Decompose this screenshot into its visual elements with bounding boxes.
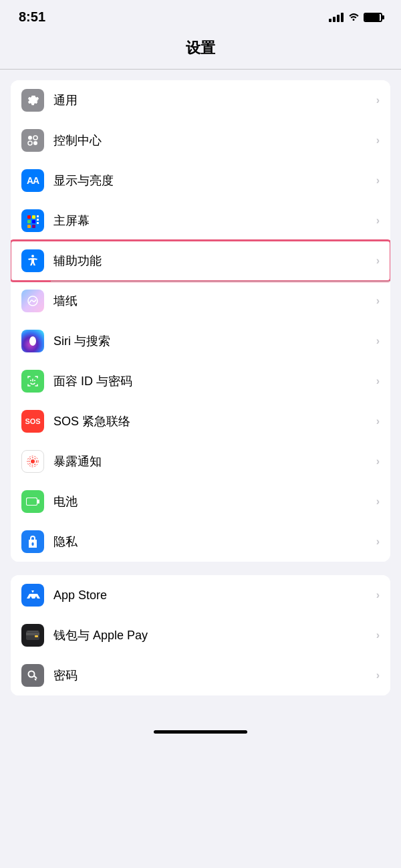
appstore-label: App Store	[53, 588, 376, 603]
tongyong-label: 通用	[53, 92, 376, 108]
page-title: 设置	[0, 31, 401, 69]
kongzhizhongxin-label: 控制中心	[53, 132, 376, 148]
chevron-icon: ›	[376, 94, 380, 106]
svg-point-2	[28, 141, 32, 145]
exposure-icon	[21, 450, 44, 473]
status-icons	[329, 11, 382, 23]
settings-item-mima[interactable]: 密码 ›	[11, 655, 390, 695]
display-icon: AA	[21, 169, 44, 192]
chevron-icon: ›	[376, 375, 380, 387]
settings-item-mianyong[interactable]: 面容 ID 与密码 ›	[11, 361, 390, 401]
gear-icon	[21, 89, 44, 112]
svg-rect-6	[27, 220, 31, 223]
accessibility-icon	[21, 249, 44, 272]
signal-icon	[329, 13, 344, 22]
svg-rect-10	[37, 215, 39, 217]
svg-rect-9	[32, 225, 35, 228]
status-bar: 8:51	[0, 0, 401, 31]
control-center-icon	[21, 129, 44, 152]
appstore-icon	[21, 584, 44, 607]
svg-point-16	[30, 380, 31, 381]
battery-icon	[364, 13, 382, 22]
settings-item-qiangzhi[interactable]: 墙纸 ›	[11, 281, 390, 321]
svg-rect-27	[35, 635, 38, 637]
privacy-icon	[21, 530, 44, 553]
chevron-icon: ›	[376, 335, 380, 347]
settings-item-baolu[interactable]: 暴露通知 ›	[11, 441, 390, 481]
chevron-icon: ›	[376, 629, 380, 641]
mima-label: 密码	[53, 667, 376, 683]
wifi-icon	[348, 11, 360, 23]
chevron-icon: ›	[376, 589, 380, 601]
zhupingmu-label: 主屏幕	[53, 213, 376, 229]
settings-item-tongyong[interactable]: 通用 ›	[11, 80, 390, 120]
status-time: 8:51	[19, 9, 45, 25]
settings-group-1: 通用 › 控制中心 › AA 显示与亮度 ›	[11, 80, 390, 562]
svg-point-3	[33, 141, 37, 145]
battery-settings-icon	[21, 490, 44, 513]
wallet-icon	[21, 624, 44, 647]
mianyong-label: 面容 ID 与密码	[53, 373, 376, 389]
svg-rect-24	[32, 542, 34, 546]
svg-point-1	[33, 136, 37, 140]
chevron-icon: ›	[376, 536, 380, 548]
wallpaper-icon	[21, 290, 44, 312]
faceid-icon	[21, 370, 44, 393]
wallet-label: 钱包与 Apple Pay	[53, 627, 376, 643]
chevron-icon: ›	[376, 415, 380, 427]
settings-item-yinsi[interactable]: 隐私 ›	[11, 522, 390, 562]
homescreen-icon	[21, 209, 44, 232]
siri-icon	[21, 330, 44, 352]
settings-group-2: App Store › 钱包与 Apple Pay › 密码 ›	[11, 575, 390, 695]
svg-point-13	[31, 255, 34, 257]
chevron-icon: ›	[376, 255, 380, 267]
sos-label: SOS 紧急联络	[53, 413, 376, 429]
svg-rect-7	[32, 220, 35, 223]
yinsi-label: 隐私	[53, 534, 376, 550]
settings-item-appstore[interactable]: App Store ›	[11, 575, 390, 615]
passwords-icon	[21, 664, 44, 687]
chevron-icon: ›	[376, 175, 380, 187]
sos-icon: SOS	[21, 410, 44, 433]
home-indicator	[154, 730, 247, 734]
settings-item-fuzhu[interactable]: 辅助功能 ›	[11, 241, 390, 281]
settings-item-sos[interactable]: SOS SOS 紧急联络 ›	[11, 401, 390, 441]
xianshi-label: 显示与亮度	[53, 173, 376, 189]
fuzhu-label: 辅助功能	[53, 253, 376, 269]
svg-rect-11	[37, 219, 39, 221]
chevron-icon: ›	[376, 295, 380, 307]
qiangzhi-label: 墙纸	[53, 293, 376, 309]
settings-item-kongzhizhongxin[interactable]: 控制中心 ›	[11, 120, 390, 160]
svg-point-15	[29, 336, 36, 346]
baolu-label: 暴露通知	[53, 453, 376, 469]
settings-item-xianshi[interactable]: AA 显示与亮度 ›	[11, 160, 390, 201]
chevron-icon: ›	[376, 455, 380, 467]
chevron-icon: ›	[376, 496, 380, 508]
settings-item-wallet[interactable]: 钱包与 Apple Pay ›	[11, 615, 390, 655]
svg-rect-12	[37, 222, 39, 224]
settings-item-siri[interactable]: Siri 与搜索 ›	[11, 321, 390, 361]
svg-rect-4	[27, 215, 31, 219]
svg-rect-26	[26, 633, 39, 635]
svg-rect-5	[32, 215, 35, 219]
svg-point-0	[28, 136, 32, 140]
dianci-label: 电池	[53, 494, 376, 510]
svg-point-28	[29, 671, 35, 677]
svg-point-18	[31, 459, 35, 463]
chevron-icon: ›	[376, 215, 380, 227]
svg-rect-8	[27, 225, 31, 228]
svg-point-17	[34, 380, 35, 381]
chevron-icon: ›	[376, 134, 380, 146]
svg-rect-22	[37, 500, 39, 504]
chevron-icon: ›	[376, 669, 380, 681]
settings-item-dianci[interactable]: 电池 ›	[11, 481, 390, 522]
settings-item-zhupingmu[interactable]: 主屏幕 ›	[11, 201, 390, 241]
svg-rect-23	[27, 498, 37, 505]
siri-label: Siri 与搜索	[53, 333, 376, 349]
